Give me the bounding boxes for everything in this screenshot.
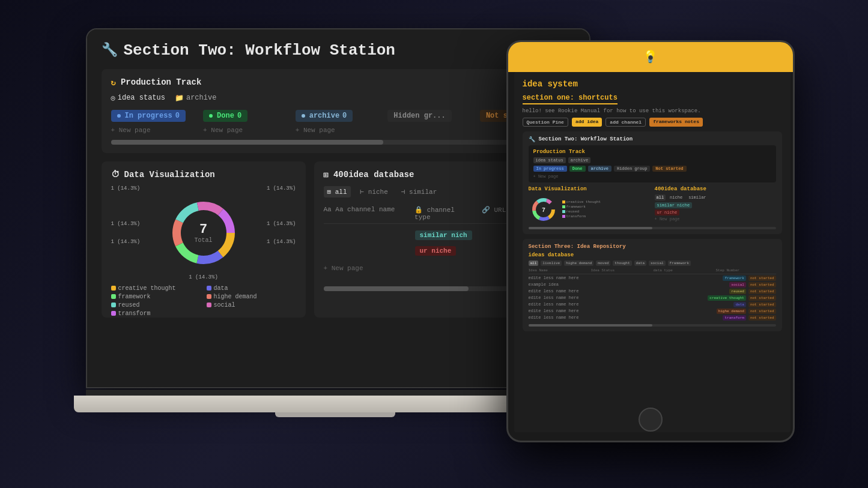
col-header-channel-name: Aa Aa channel name bbox=[324, 206, 408, 221]
legend-framework: framework bbox=[111, 294, 201, 300]
tab-thought[interactable]: thought bbox=[613, 261, 631, 266]
tab-highe-demand[interactable]: highe demand bbox=[564, 261, 593, 266]
donut-center: 7 Total bbox=[194, 222, 212, 244]
tablet-s3-scroll-thumb bbox=[529, 324, 652, 327]
tablet-dv-title: Data Visualization bbox=[529, 186, 650, 192]
svg-text:7: 7 bbox=[541, 207, 545, 214]
tablet-camera bbox=[648, 55, 653, 60]
tablet-badge-not-started: Not started bbox=[652, 166, 686, 172]
tablet-db-tabs: all niche similar bbox=[655, 194, 776, 200]
legend-dot-highe-demand bbox=[207, 294, 211, 299]
tablet-badge-hidden: Hidden group bbox=[614, 166, 650, 172]
tablet-s2-heading: Section Two: Workflow Station bbox=[539, 136, 633, 142]
tablet-tag-ur-niche: ur niche bbox=[655, 209, 680, 215]
idea-status-6: not started bbox=[748, 309, 776, 314]
th-idea-name: Idea Name bbox=[529, 268, 589, 273]
idea-status-7: not started bbox=[748, 315, 776, 321]
grid-icon: ⊞ bbox=[324, 170, 329, 180]
tablet-s2-scroll-thumb bbox=[529, 227, 652, 229]
badge-in-progress: In progress 0 bbox=[111, 110, 186, 122]
tablet-donut-mini: 7 creative thought framework reused tran… bbox=[529, 194, 650, 224]
tablet-screen: idea system section one: shortcuts hello… bbox=[514, 72, 791, 432]
legend-dot-transform bbox=[111, 311, 116, 316]
chart-legend: creative thought data framework bbox=[111, 285, 296, 317]
tab-idea-status[interactable]: ◎ idea status bbox=[111, 94, 165, 103]
idea-row-3: edite less name here reused not started bbox=[529, 289, 776, 294]
tablet-badge-archive: archive bbox=[588, 166, 612, 172]
idea-status-3: not started bbox=[748, 289, 776, 294]
tab-data[interactable]: data bbox=[634, 261, 646, 266]
btn-frameworks-notes[interactable]: frameworks notes bbox=[649, 118, 703, 127]
th-step-number: Step Number bbox=[716, 268, 776, 273]
idea-row-7: edite less name here transform not start… bbox=[529, 315, 776, 321]
tab-moved[interactable]: moved bbox=[596, 261, 610, 266]
legend-dot-framework bbox=[111, 294, 116, 299]
new-page-in-progress[interactable]: + New page bbox=[111, 127, 196, 134]
wrench-icon: 🔧 bbox=[102, 42, 118, 58]
tab-social[interactable]: social bbox=[649, 261, 666, 266]
legend-reused: reused bbox=[111, 302, 201, 309]
idea-name-3: edite less name here bbox=[529, 289, 727, 294]
tablet-home-button[interactable] bbox=[639, 408, 663, 432]
btn-add-idea[interactable]: add idea bbox=[572, 118, 602, 127]
tablet-section-one: section one: shortcuts hello! see Rookie… bbox=[523, 94, 782, 127]
tablet-mini-db: 400idea database all niche similar simil… bbox=[655, 186, 776, 224]
clock-icon: ⏱ bbox=[111, 170, 120, 179]
idea-status-4: not started bbox=[748, 295, 776, 301]
scroll-thumb bbox=[111, 140, 384, 145]
status-col-archive: archive 0 + New page bbox=[296, 110, 381, 134]
dot-in-progress bbox=[117, 114, 121, 118]
tablet-db-title: 400idea database bbox=[655, 186, 776, 192]
donut-chart: 7 Total bbox=[165, 194, 243, 272]
donut-container: 1 (14.3%) 1 (14.3%) 1 (14.3%) 1 (14.3%) bbox=[111, 185, 296, 280]
idea-row-2: example idea social not started bbox=[529, 282, 776, 288]
tablet-section-three-block: Section Three: Idea Repository ideas dat… bbox=[523, 239, 782, 331]
tablet-two-col: Data Visualization bbox=[529, 186, 776, 224]
new-page-archive[interactable]: + New page bbox=[296, 127, 381, 134]
tab-framework[interactable]: framework bbox=[668, 261, 691, 266]
tablet-content: idea system section one: shortcuts hello… bbox=[514, 72, 791, 432]
th-idea-status: Idea Status bbox=[591, 268, 651, 273]
badge-done: Done 0 bbox=[203, 110, 247, 122]
db-tab-all[interactable]: ⊞ all bbox=[324, 186, 351, 197]
tab-all[interactable]: all bbox=[529, 261, 539, 266]
status-col-done: Done 0 + New page bbox=[203, 110, 288, 134]
tablet-section-two-block: 🔧 Section Two: Workflow Station Producti… bbox=[523, 131, 782, 234]
db-tab-niche[interactable]: ⊢ niche bbox=[357, 186, 392, 197]
btn-add-channel[interactable]: add channel bbox=[605, 118, 646, 127]
legend-dot-reused bbox=[111, 303, 116, 307]
btn-question-pine[interactable]: Question Pine bbox=[523, 118, 568, 127]
wrench-icon-sm: 🔧 bbox=[529, 136, 535, 143]
legend-transform: transform bbox=[111, 310, 201, 317]
col-header-channel-type: 🔒 channel type bbox=[414, 206, 475, 221]
folder-icon: 📁 bbox=[175, 94, 184, 103]
idea-name-7: edite less name here bbox=[529, 315, 721, 320]
tablet-new-page[interactable]: + New page bbox=[533, 174, 771, 179]
idea-status-2: not started bbox=[748, 282, 776, 288]
scroll-bar[interactable] bbox=[111, 140, 565, 145]
tablet-s1-heading: section one: shortcuts bbox=[523, 94, 618, 104]
idea-row-6: edite less name here highe demand not st… bbox=[529, 309, 776, 314]
tablet-db-tab-similar[interactable]: similar bbox=[687, 194, 708, 200]
tablet-db-new-page[interactable]: + New page bbox=[655, 217, 776, 221]
idea-name-2: example idea bbox=[529, 282, 727, 287]
db-tag-similar: similar nich bbox=[415, 230, 472, 240]
idea-name-1: edite less name here bbox=[529, 276, 721, 280]
idea-name-5: edite less name here bbox=[529, 302, 732, 307]
new-page-done[interactable]: + New page bbox=[203, 127, 288, 134]
tablet-device: 💡 idea system section one: shortcuts hel… bbox=[506, 40, 795, 448]
db-tab-similar[interactable]: ⊣ similar bbox=[398, 186, 440, 197]
tablet-tab-archive[interactable]: archive bbox=[568, 157, 590, 163]
tablet-status-row: In progress Done archive Hidden group No… bbox=[533, 166, 771, 172]
tablet-tab-idea-status[interactable]: idea status bbox=[533, 157, 566, 163]
tablet-s3-scroll[interactable] bbox=[529, 324, 776, 327]
tablet-s2-scroll[interactable] bbox=[529, 227, 776, 229]
bottom-cards-row: ⏱ Data Visualization 1 (14.3%) 1 (14.3%) bbox=[102, 161, 575, 318]
tablet-db-tab-niche[interactable]: niche bbox=[668, 194, 684, 200]
status-col-hidden: Hidden gr... bbox=[387, 110, 473, 134]
dot-done bbox=[209, 114, 213, 118]
tab-archive[interactable]: 📁 archive bbox=[175, 94, 216, 103]
tablet-db-tab-all[interactable]: all bbox=[655, 194, 666, 200]
tab-livelive[interactable]: livelive bbox=[541, 261, 562, 266]
idea-name-6: edite less name here bbox=[529, 309, 714, 313]
